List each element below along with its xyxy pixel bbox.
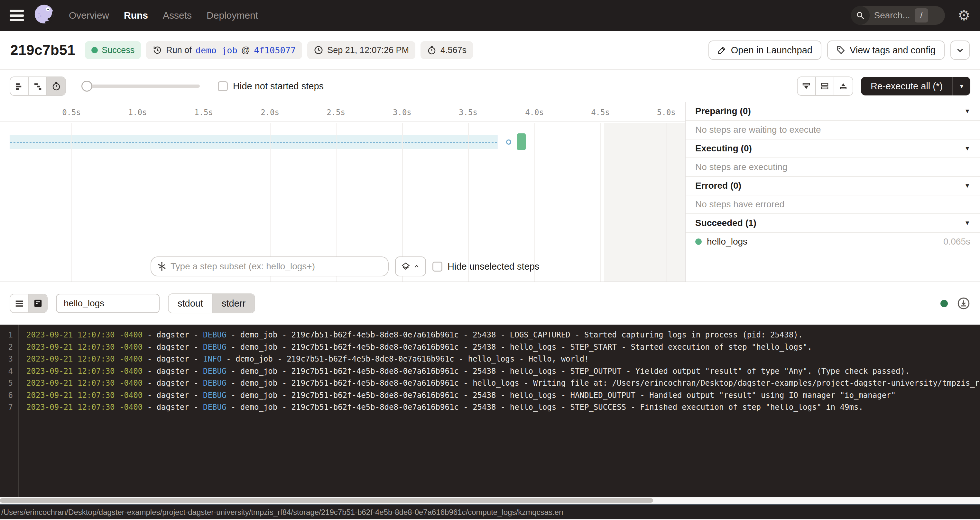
panel-section-header[interactable]: Preparing (0)▼ — [686, 102, 980, 121]
nav-item-runs[interactable]: Runs — [124, 10, 148, 21]
split-panes-button[interactable] — [816, 77, 834, 95]
log-separator: - dagster - — [143, 367, 203, 376]
waiting-dash-line — [10, 142, 497, 143]
log-level: DEBUG — [203, 330, 226, 339]
expand-top-pane-button[interactable] — [834, 77, 853, 95]
log-separator: - dagster - — [143, 403, 203, 412]
search-input[interactable] — [870, 10, 915, 21]
panel-section-header[interactable]: Executing (0)▼ — [686, 140, 980, 158]
structured-log-view-button[interactable] — [10, 294, 29, 312]
op-selector-icon — [157, 262, 167, 271]
log-separator: - dagster - — [143, 379, 203, 388]
log-line: 12023-09-21 12:07:30 -0400 - dagster - D… — [0, 329, 980, 341]
horizontal-scrollbar-thumb[interactable] — [0, 498, 653, 503]
run-view: 0.5s1.0s1.5s2.0s2.5s3.0s3.5s4.0s4.5s5.0s… — [0, 102, 980, 282]
log-stream-tabs: stdoutstderr — [168, 293, 255, 313]
nav-item-overview[interactable]: Overview — [69, 10, 109, 21]
timestamp-pill: Sep 21, 12:07:26 PM — [307, 41, 415, 59]
pencil-icon — [718, 46, 727, 55]
panel-section-header[interactable]: Errored (0)▼ — [686, 177, 980, 195]
nav-item-assets[interactable]: Assets — [163, 10, 192, 21]
gear-icon[interactable]: ⚙ — [958, 8, 970, 22]
axis-tick-label: 4.0s — [525, 108, 544, 117]
chevron-down-icon — [956, 46, 964, 54]
axis-tick-label: 3.5s — [459, 108, 477, 117]
panel-section-header[interactable]: Succeeded (1)▼ — [686, 214, 980, 233]
status-badge: Success — [85, 41, 141, 59]
step-selector-row: Hide unselected steps — [151, 257, 539, 276]
reexecute-all-button[interactable]: Re-execute all (*) — [861, 81, 952, 92]
panel-section-title: Errored (0) — [695, 181, 741, 191]
log-view-mode-group — [10, 294, 48, 313]
log-message: - demo_job - 219c7b51-b62f-4e5b-8de8-0e7… — [226, 379, 980, 388]
caret-down-icon: ▼ — [964, 145, 970, 152]
log-level: DEBUG — [203, 379, 226, 388]
hide-unselected-checkbox-row[interactable]: Hide unselected steps — [433, 261, 539, 272]
hide-unselected-checkbox[interactable] — [433, 262, 442, 271]
job-name-link[interactable]: demo_job — [196, 45, 237, 55]
gridline — [666, 123, 667, 282]
gantt-zoom-slider[interactable] — [81, 77, 200, 95]
gantt-toolbar: Hide not started steps Re-execute all (*… — [0, 70, 980, 102]
log-step-filter-input[interactable] — [56, 294, 159, 313]
after-run-band — [604, 123, 685, 282]
dagster-logo-icon[interactable] — [32, 3, 57, 28]
graph-query-button[interactable] — [395, 257, 426, 276]
hide-not-started-checkbox[interactable] — [218, 81, 228, 91]
slider-track[interactable] — [81, 84, 200, 88]
log-line: 52023-09-21 12:07:30 -0400 - dagster - D… — [0, 377, 980, 390]
raw-log-view-button[interactable] — [29, 294, 47, 312]
log-line: 22023-09-21 12:07:30 -0400 - dagster - D… — [0, 341, 980, 354]
download-log-icon[interactable] — [957, 296, 970, 310]
log-separator: - dagster - — [143, 342, 203, 352]
log-line: 32023-09-21 12:07:30 -0400 - dagster - I… — [0, 353, 980, 365]
nav-links: OverviewRunsAssetsDeployment — [69, 10, 258, 21]
step-subset-inputbox[interactable] — [151, 257, 389, 276]
view-waterfall-gantt-button[interactable] — [29, 77, 47, 95]
log-line: 42023-09-21 12:07:30 -0400 - dagster - D… — [0, 365, 980, 377]
gantt-view-mode-group — [10, 76, 66, 96]
panel-section-title: Succeeded (1) — [695, 218, 756, 228]
log-message: - demo_job - 219c7b51-b62f-4e5b-8de8-0e7… — [226, 391, 896, 400]
log-level: DEBUG — [203, 391, 226, 400]
run-actions-chevron-button[interactable] — [950, 41, 970, 60]
global-search[interactable]: / — [851, 6, 945, 25]
log-line: 72023-09-21 12:07:30 -0400 - dagster - D… — [0, 401, 980, 414]
status-dot-icon — [91, 47, 98, 53]
tab-stderr[interactable]: stderr — [213, 294, 255, 313]
nav-right: / ⚙ — [851, 6, 970, 25]
expand-bottom-pane-button[interactable] — [797, 77, 816, 95]
panel-empty-state: No steps are executing — [686, 158, 980, 177]
open-in-launchpad-button[interactable]: Open in Launchpad — [708, 41, 821, 60]
commit-link[interactable]: 4f105077 — [254, 45, 296, 55]
log-message: - demo_job - 219c7b51-b62f-4e5b-8de8-0e7… — [226, 330, 803, 339]
slider-handle[interactable] — [81, 81, 92, 92]
log-line-number: 5 — [0, 377, 13, 390]
nav-item-deployment[interactable]: Deployment — [207, 10, 258, 21]
run-meta: Success Run of demo_job @ 4f105077 Sep 2… — [85, 41, 473, 59]
reexecute-dropdown-caret[interactable]: ▾ — [952, 77, 970, 95]
succeeded-step-row[interactable]: hello_logs0.065s — [686, 233, 980, 251]
hide-not-started-label: Hide not started steps — [233, 81, 324, 92]
step-subset-input[interactable] — [170, 261, 382, 271]
view-flat-gantt-button[interactable] — [10, 77, 29, 95]
log-gutter-divider — [18, 325, 19, 497]
log-level: DEBUG — [203, 342, 226, 352]
log-timestamp: 2023-09-21 12:07:30 -0400 — [26, 330, 143, 339]
step-execution-bar[interactable] — [517, 133, 526, 150]
view-tags-config-button[interactable]: View tags and config — [827, 41, 945, 60]
tab-stdout[interactable]: stdout — [169, 294, 213, 313]
hamburger-menu-icon[interactable] — [10, 10, 24, 21]
view-timed-gantt-button[interactable] — [47, 77, 65, 95]
axis-tick-label: 2.0s — [261, 108, 279, 117]
log-timestamp: 2023-09-21 12:07:30 -0400 — [26, 367, 143, 376]
logs-toolbar-right — [940, 296, 970, 310]
hide-not-started-checkbox-row[interactable]: Hide not started steps — [218, 81, 324, 92]
axis-tick-label: 0.5s — [62, 108, 81, 117]
log-separator: - dagster - — [143, 330, 203, 339]
caret-down-icon: ▼ — [964, 219, 970, 227]
log-level: INFO — [203, 355, 222, 363]
log-timestamp: 2023-09-21 12:07:30 -0400 — [26, 342, 143, 352]
log-line-number: 3 — [0, 353, 13, 365]
log-timestamp: 2023-09-21 12:07:30 -0400 — [26, 355, 143, 363]
